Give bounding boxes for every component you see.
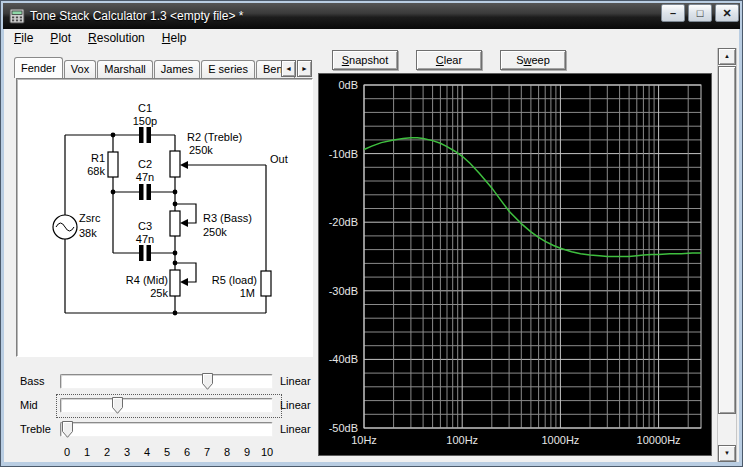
slider-track-mid[interactable] [60,398,273,413]
svg-text:-20dB: -20dB [329,216,358,228]
label-c2-value: 47n [136,171,154,183]
wiper-arrow-icons [180,161,188,286]
tab-e-series[interactable]: E series [201,60,255,78]
label-r3-value: 250k [203,226,227,238]
tab-marshall[interactable]: Marshall [97,60,153,78]
label-r1-value: 68k [87,165,105,177]
title-bar: Tone Stack Calculator 1.3 <empty file> * [3,3,740,29]
slider-track-bass[interactable] [60,374,273,389]
scale-number-10: 10 [257,446,277,458]
scale-number-0: 0 [57,446,77,458]
menu-item-resolution[interactable]: Resolution [81,29,152,47]
label-r5: R5 (load) [212,274,257,286]
slider-thumb-bass[interactable] [202,373,213,390]
label-r4: R4 (Mid) [126,274,168,286]
tab-scroll-right-icon[interactable]: ► [297,60,312,77]
window-title: Tone Stack Calculator 1.3 <empty file> * [30,9,243,23]
window-controls: – □ ✕ [661,4,739,22]
menu-item-plot[interactable]: Plot [43,29,78,47]
app-window: { "window": { "title": "Tone Stack Calcu… [0,0,743,467]
plot-vertical-scrollbar[interactable]: ▲ ▼ [717,48,737,462]
maximize-button[interactable]: □ [688,4,712,22]
label-r2: R2 (Treble) [187,131,242,143]
scale-number-7: 7 [197,446,217,458]
label-c2: C2 [138,158,152,170]
label-c1-value: 150p [133,115,157,127]
label-r1: R1 [91,152,105,164]
menu-item-file[interactable]: File [7,29,40,47]
svg-text:1000Hz: 1000Hz [541,434,579,446]
label-c1: C1 [138,102,152,114]
tab-scroll-left-icon[interactable]: ◄ [281,60,296,77]
minimize-button[interactable]: – [661,4,685,22]
scrollbar-up-icon[interactable]: ▲ [718,48,736,65]
svg-text:0dB: 0dB [338,79,358,91]
slider-label-bass: Bass [20,375,44,387]
scale-number-9: 9 [237,446,257,458]
slider-track-treble[interactable] [60,422,273,437]
svg-text:10Hz: 10Hz [351,434,377,446]
slider-mode-mid: Linear [280,399,311,411]
tab-james[interactable]: James [154,60,200,78]
slider-thumb-treble[interactable] [62,421,73,438]
label-zsrc-value: 38k [79,227,97,239]
slider-label-treble: Treble [20,423,51,435]
svg-text:-10dB: -10dB [329,148,358,160]
scrollbar-thumb[interactable] [718,66,736,414]
scale-number-1: 1 [77,446,97,458]
frequency-response-plot: 0dB-10dB-20dB-30dB-40dB-50dB10Hz100Hz100… [319,74,711,455]
app-calculator-icon [9,8,25,24]
scale-number-2: 2 [97,446,117,458]
scale-number-8: 8 [217,446,237,458]
schematic-canvas: C1 150p R2 (Treble) 250k R1 68k C2 47n O… [17,79,312,356]
scale-number-4: 4 [137,446,157,458]
sweep-button[interactable]: Sweep [500,50,566,70]
scale-number-3: 3 [117,446,137,458]
snapshot-button[interactable]: Snapshot [332,50,398,70]
label-out: Out [270,153,288,165]
close-button[interactable]: ✕ [715,4,739,22]
slider-mode-bass: Linear [280,375,311,387]
svg-text:100Hz: 100Hz [446,434,478,446]
menu-item-help[interactable]: Help [155,29,194,47]
label-r5-value: 1M [240,287,255,299]
label-c3-value: 47n [136,233,154,245]
label-c3: C3 [138,220,152,232]
tab-vox[interactable]: Vox [64,60,96,78]
label-r3: R3 (Bass) [203,212,252,224]
slider-mode-treble: Linear [280,423,311,435]
svg-text:-50dB: -50dB [329,422,358,434]
menu-bar: FilePlotResolutionHelp [4,29,719,48]
slider-label-mid: Mid [20,399,38,411]
tab-fender[interactable]: Fender [14,57,63,78]
tab-strip: FenderVoxMarshallJamesE seriesBenc [14,57,296,78]
plot-panel: 0dB-10dB-20dB-30dB-40dB-50dB10Hz100Hz100… [318,73,712,456]
scale-number-6: 6 [177,446,197,458]
clear-button[interactable]: Clear [416,50,482,70]
svg-text:-30dB: -30dB [329,285,358,297]
svg-text:-40dB: -40dB [329,353,358,365]
slider-thumb-mid[interactable] [112,397,123,414]
circuit-panel: C1 150p R2 (Treble) 250k R1 68k C2 47n O… [16,78,313,357]
scale-number-5: 5 [157,446,177,458]
label-r2-value: 250k [189,144,213,156]
svg-text:10000Hz: 10000Hz [637,434,681,446]
label-zsrc: Zsrc [79,212,101,224]
label-r4-value: 25k [150,287,168,299]
scrollbar-down-icon[interactable]: ▼ [718,445,736,462]
